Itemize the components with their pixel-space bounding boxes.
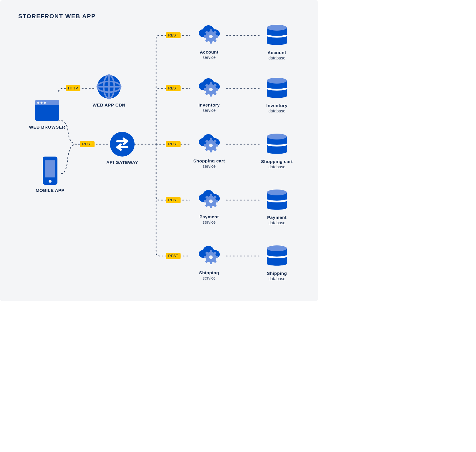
- globe-icon: [96, 74, 122, 100]
- cloud-gear-icon: [194, 188, 224, 212]
- svg-point-15: [209, 35, 213, 38]
- svg-point-3: [41, 102, 43, 104]
- svg-point-7: [49, 180, 52, 183]
- node-sublabel: service: [203, 55, 216, 60]
- node-sublabel: service: [203, 220, 216, 225]
- svg-rect-42: [204, 144, 207, 147]
- node-label: Payment: [199, 214, 219, 219]
- svg-point-25: [209, 88, 213, 91]
- svg-rect-30: [210, 94, 212, 97]
- svg-rect-22: [204, 35, 207, 38]
- svg-point-55: [209, 255, 213, 259]
- cloud-gear-icon: [194, 244, 224, 268]
- svg-rect-6: [45, 160, 55, 177]
- svg-rect-56: [210, 250, 212, 253]
- svg-point-67: [267, 190, 287, 195]
- database-icon: [265, 188, 289, 212]
- svg-rect-46: [210, 194, 212, 197]
- diagram-title: STOREFRONT WEB APP: [18, 13, 96, 20]
- node-database: Shopping cartdatabase: [256, 132, 298, 169]
- svg-point-35: [209, 144, 213, 147]
- node-service: Shippingservice: [189, 244, 230, 280]
- svg-rect-58: [215, 256, 218, 258]
- node-sublabel: database: [268, 276, 285, 281]
- svg-rect-28: [215, 88, 218, 91]
- browser-window-icon: [34, 99, 60, 122]
- svg-rect-62: [204, 256, 207, 258]
- database-icon: [265, 76, 289, 101]
- node-service: Paymentservice: [189, 188, 230, 225]
- database-icon: [265, 244, 289, 268]
- node-label: Shopping cart: [193, 158, 225, 163]
- svg-rect-16: [210, 29, 212, 32]
- svg-rect-20: [210, 41, 212, 44]
- svg-point-65: [267, 78, 287, 84]
- node-sublabel: service: [203, 276, 216, 280]
- node-sublabel: database: [268, 109, 285, 113]
- database-icon: [265, 132, 289, 157]
- cloud-gear-icon: [194, 132, 224, 156]
- svg-rect-52: [204, 200, 207, 202]
- svg-rect-48: [215, 200, 218, 202]
- node-label: Account: [200, 49, 219, 54]
- svg-rect-60: [210, 261, 212, 264]
- node-label: API GATEWAY: [106, 160, 138, 165]
- edge-label-rest-0: REST: [166, 32, 181, 38]
- node-service: Inventoryservice: [189, 76, 230, 113]
- node-label: Inventory: [266, 103, 287, 108]
- node-label: Inventory: [199, 102, 220, 107]
- edge-label-rest-3: REST: [166, 197, 181, 203]
- architecture-diagram: STOREFRONT WEB APP .d{stroke:#344563;str…: [0, 0, 318, 301]
- svg-rect-38: [215, 144, 218, 147]
- api-gateway-icon: [109, 131, 135, 157]
- node-label: Account: [267, 50, 286, 55]
- svg-point-2: [37, 102, 39, 104]
- svg-point-66: [267, 134, 287, 139]
- node-mobile-app: MOBILE APP: [29, 156, 71, 193]
- node-sublabel: database: [268, 220, 285, 225]
- svg-rect-32: [204, 88, 207, 91]
- svg-rect-18: [215, 35, 218, 38]
- edge-label-rest-gateway: REST: [80, 141, 95, 147]
- database-icon: [265, 23, 289, 48]
- mobile-phone-icon: [41, 156, 59, 185]
- svg-rect-50: [210, 205, 212, 208]
- node-database: Paymentdatabase: [256, 188, 298, 225]
- cloud-gear-icon: [194, 23, 224, 47]
- svg-point-45: [209, 200, 213, 203]
- cloud-gear-icon: [194, 76, 224, 100]
- svg-rect-36: [210, 138, 212, 141]
- node-api-gateway: API GATEWAY: [102, 131, 143, 165]
- svg-point-68: [267, 245, 287, 251]
- node-label: Shopping cart: [261, 159, 292, 164]
- node-sublabel: service: [203, 164, 216, 169]
- node-service: Accountservice: [189, 23, 230, 60]
- node-label: WEB APP CDN: [92, 102, 125, 107]
- node-web-app-cdn: WEB APP CDN: [88, 74, 130, 107]
- svg-point-64: [267, 25, 287, 31]
- node-service: Shopping cartservice: [189, 132, 230, 169]
- node-database: Shippingdatabase: [256, 244, 298, 281]
- node-label: MOBILE APP: [36, 188, 65, 193]
- node-sublabel: service: [203, 108, 216, 113]
- node-label: Shipping: [267, 271, 287, 276]
- node-label: Shipping: [199, 270, 219, 275]
- svg-rect-40: [210, 149, 212, 152]
- node-sublabel: database: [268, 56, 285, 60]
- edge-label-http: HTTP: [66, 85, 80, 91]
- svg-point-13: [110, 132, 135, 157]
- node-label: WEB BROWSER: [29, 124, 65, 129]
- node-web-browser: WEB BROWSER: [27, 99, 68, 129]
- node-database: Accountdatabase: [256, 23, 298, 60]
- node-sublabel: database: [268, 164, 285, 169]
- node-database: Inventorydatabase: [256, 76, 298, 113]
- node-label: Payment: [267, 215, 287, 220]
- svg-rect-26: [210, 82, 212, 85]
- edge-label-rest-1: REST: [166, 85, 181, 91]
- edge-label-rest-2: REST: [166, 141, 181, 147]
- edge-label-rest-4: REST: [166, 253, 181, 259]
- svg-point-4: [44, 102, 46, 104]
